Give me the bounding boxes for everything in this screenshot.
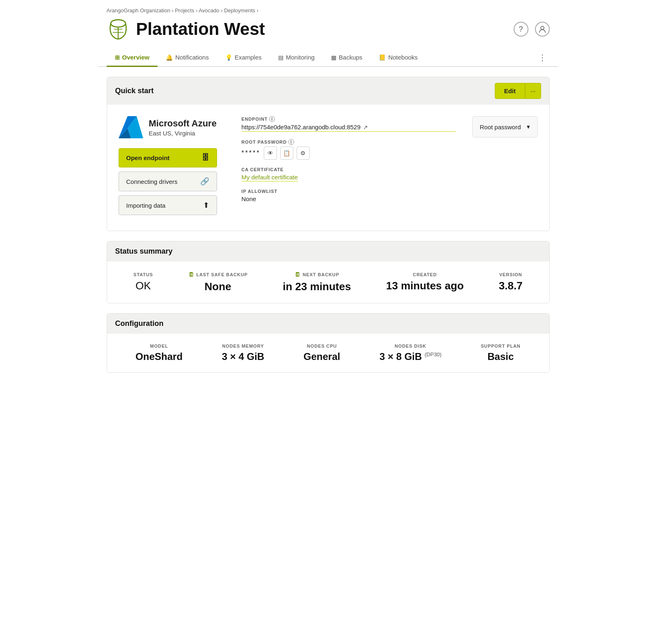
backups-icon: ▦ xyxy=(331,54,336,61)
status-item-created: CREATED 13 minutes ago xyxy=(386,272,464,292)
edit-more-button[interactable]: ··· xyxy=(525,83,541,99)
status-summary-header: Status summary xyxy=(107,241,549,261)
notifications-icon: 🔔 xyxy=(166,54,173,61)
app-logo xyxy=(107,18,130,41)
open-endpoint-button[interactable]: Open endpoint 🗄 xyxy=(119,148,217,167)
config-label-nodes-disk: NODES DISK xyxy=(379,344,441,348)
endpoint-label: ENDPOINT i xyxy=(242,116,456,122)
upload-icon: ⬆ xyxy=(203,201,209,210)
calendar-icon-last-backup: 🗓 xyxy=(188,271,194,278)
root-password-dropdown[interactable]: Root password ▾ xyxy=(472,116,538,138)
page-header: Plantation West ? xyxy=(98,14,558,49)
chevron-down-icon: ▾ xyxy=(527,123,530,131)
provider-name: Microsoft Azure xyxy=(149,118,217,129)
endpoint-info-icon[interactable]: i xyxy=(269,116,275,122)
edit-button[interactable]: Edit xyxy=(495,83,525,99)
configuration-section: Configuration MODEL OneShard NODES MEMOR… xyxy=(107,313,550,373)
config-label-nodes-cpu: NODES CPU xyxy=(304,344,340,348)
ca-certificate-label: CA CERTIFICATE xyxy=(242,167,456,172)
settings-password-button[interactable]: ⚙ xyxy=(297,147,310,160)
config-item-model: MODEL OneShard xyxy=(135,344,183,362)
view-password-button[interactable]: 👁 xyxy=(264,147,277,160)
status-item-version: VERSION 3.8.7 xyxy=(499,272,523,292)
root-password-button[interactable]: Root password ▾ xyxy=(472,116,538,138)
status-item-next-backup: 🗓 NEXT BACKUP in 23 minutes xyxy=(283,271,351,293)
tab-notebooks[interactable]: 📒 Notebooks xyxy=(370,49,426,67)
provider-header: Microsoft Azure East US, Virginia xyxy=(119,116,225,138)
breadcrumb: ArangoGraph Organization › Projects › Av… xyxy=(98,0,558,14)
quick-start-title: Quick start xyxy=(115,87,154,95)
status-summary-content: STATUS OK 🗓 LAST SAFE BACKUP None 🗓 NEXT… xyxy=(107,261,549,303)
provider-block: Microsoft Azure East US, Virginia Open e… xyxy=(119,116,225,219)
tab-examples[interactable]: 💡 Examples xyxy=(217,49,270,67)
password-row: ***** 👁 📋 ⚙ xyxy=(242,147,456,160)
quick-start-content: Microsoft Azure East US, Virginia Open e… xyxy=(107,105,549,231)
quick-start-header: Quick start Edit ··· xyxy=(107,77,549,105)
svg-point-0 xyxy=(111,20,126,27)
copy-password-button[interactable]: 📋 xyxy=(280,147,293,160)
status-label-next-backup: 🗓 NEXT BACKUP xyxy=(283,271,351,278)
status-value-version: 3.8.7 xyxy=(499,280,523,292)
database-icon: 🗄 xyxy=(202,154,209,162)
tab-backups[interactable]: ▦ Backups xyxy=(323,49,371,67)
tab-monitoring[interactable]: ▤ Monitoring xyxy=(270,49,323,67)
azure-logo-icon xyxy=(119,116,143,138)
ca-cert-link[interactable]: My default certificate xyxy=(242,174,298,181)
status-label-last-backup: 🗓 LAST SAFE BACKUP xyxy=(188,271,248,278)
configuration-title: Configuration xyxy=(115,319,164,328)
ip-allowlist-label: IP ALLOWLIST xyxy=(242,189,456,194)
notebooks-icon: 📒 xyxy=(379,54,386,61)
endpoint-url: https://754e0de9a762.arangodb.cloud:8529… xyxy=(242,124,456,132)
config-item-nodes-memory: NODES MEMORY 3 × 4 GiB xyxy=(222,344,264,362)
tab-overview[interactable]: ⊞ Overview xyxy=(107,49,158,67)
config-value-nodes-memory: 3 × 4 GiB xyxy=(222,351,264,362)
status-value-created: 13 minutes ago xyxy=(386,280,464,292)
config-value-support-plan: Basic xyxy=(481,351,521,362)
status-value-last-backup: None xyxy=(188,280,248,293)
config-item-nodes-disk: NODES DISK 3 × 8 GiB (DP30) xyxy=(379,344,441,362)
status-item-last-backup: 🗓 LAST SAFE BACKUP None xyxy=(188,271,248,293)
user-button[interactable] xyxy=(535,22,550,37)
link-icon: 🔗 xyxy=(200,177,209,186)
root-password-label: ROOT PASSWORD i xyxy=(242,139,456,145)
status-summary-section: Status summary STATUS OK 🗓 LAST SAFE BAC… xyxy=(107,241,550,303)
status-label-status: STATUS xyxy=(133,272,153,277)
config-value-nodes-disk: 3 × 8 GiB (DP30) xyxy=(379,351,441,362)
configuration-header: Configuration xyxy=(107,314,549,334)
provider-region: East US, Virginia xyxy=(149,130,217,137)
endpoint-block: ENDPOINT i https://754e0de9a762.arangodb… xyxy=(242,116,456,202)
header-left: Plantation West xyxy=(107,18,265,41)
external-link-icon[interactable]: ↗ xyxy=(363,124,368,131)
status-label-version: VERSION xyxy=(499,272,523,277)
config-value-nodes-cpu: General xyxy=(304,351,340,362)
connecting-drivers-button[interactable]: Connecting drivers 🔗 xyxy=(119,172,217,191)
monitoring-icon: ▤ xyxy=(278,54,283,61)
page-title: Plantation West xyxy=(136,19,265,39)
status-label-created: CREATED xyxy=(386,272,464,277)
config-label-model: MODEL xyxy=(135,344,183,348)
config-item-nodes-cpu: NODES CPU General xyxy=(304,344,340,362)
ip-allowlist-value: None xyxy=(242,195,456,202)
config-value-model: OneShard xyxy=(135,351,183,362)
importing-data-button[interactable]: Importing data ⬆ xyxy=(119,195,217,215)
status-summary-title: Status summary xyxy=(115,247,173,256)
config-label-support-plan: SUPPORT PLAN xyxy=(481,344,521,348)
ca-certificate-value: My default certificate xyxy=(242,174,456,181)
config-item-support-plan: SUPPORT PLAN Basic xyxy=(481,344,521,362)
tabs-more-button[interactable]: ⋮ xyxy=(535,49,550,66)
status-value-next-backup: in 23 minutes xyxy=(283,280,351,293)
root-password-info-icon[interactable]: i xyxy=(288,139,294,145)
provider-info: Microsoft Azure East US, Virginia xyxy=(149,118,217,137)
navigation-tabs: ⊞ Overview 🔔 Notifications 💡 Examples ▤ … xyxy=(98,49,558,67)
edit-button-group: Edit ··· xyxy=(495,83,541,99)
configuration-content: MODEL OneShard NODES MEMORY 3 × 4 GiB NO… xyxy=(107,334,549,372)
tab-notifications[interactable]: 🔔 Notifications xyxy=(158,49,217,67)
help-button[interactable]: ? xyxy=(514,22,528,37)
overview-icon: ⊞ xyxy=(115,54,120,61)
password-dots: ***** xyxy=(242,149,261,157)
svg-point-1 xyxy=(541,26,544,30)
calendar-icon-next-backup: 🗓 xyxy=(295,271,301,278)
status-value-status: OK xyxy=(133,280,153,292)
quick-start-section: Quick start Edit ··· Microsoft Azure Eas… xyxy=(107,77,550,231)
header-right: ? xyxy=(514,22,550,37)
